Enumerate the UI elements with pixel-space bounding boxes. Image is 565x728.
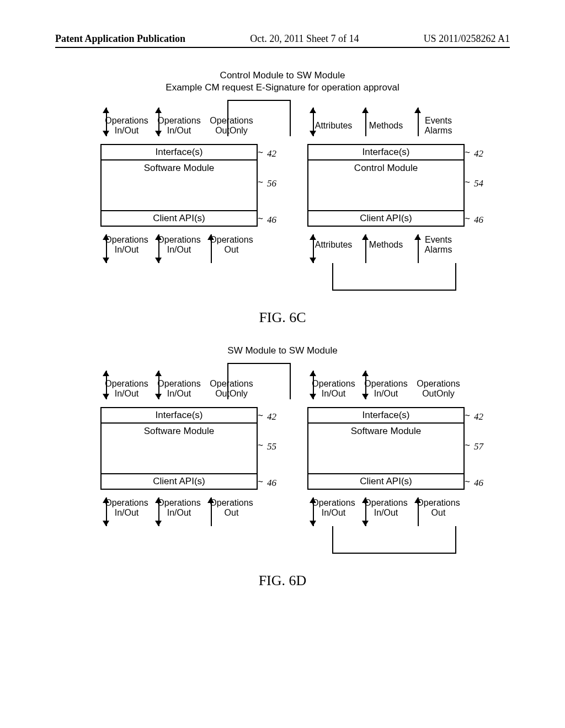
client-api-row: Client API(s) ~ 46 bbox=[100, 210, 258, 227]
module-body: Software Module ~ 56 bbox=[100, 160, 258, 210]
ref-tilde: ~ bbox=[465, 147, 470, 158]
port-op-inout-1: Operations In/Out bbox=[100, 227, 153, 263]
page-header: Patent Application Publication Oct. 20, … bbox=[55, 33, 510, 48]
ref-tilde: ~ bbox=[465, 440, 470, 451]
arrow-up-icon bbox=[362, 108, 369, 113]
interface-row: Interface(s) ~ 42 bbox=[307, 407, 465, 424]
module-body-label: Software Module bbox=[351, 426, 422, 436]
header-left: Patent Application Publication bbox=[55, 33, 185, 45]
arrow-up-icon bbox=[207, 234, 214, 240]
port-label-l2: In/Out bbox=[153, 245, 205, 255]
module-body: Control Module ~ 54 bbox=[307, 160, 465, 210]
interface-row: Interface(s) ~ 42 bbox=[307, 144, 465, 160]
arrow-up-icon bbox=[155, 497, 162, 503]
interface-label: Interface(s) bbox=[156, 147, 203, 158]
arrow-up-icon bbox=[103, 371, 109, 376]
port-label-l2: Alarms bbox=[412, 126, 465, 136]
module-body-label: Control Module bbox=[354, 163, 418, 173]
port-label-l2: In/Out bbox=[153, 508, 205, 518]
ref-tilde: ~ bbox=[465, 177, 470, 188]
port-events-alarms: Events Alarms bbox=[412, 108, 465, 144]
port-attributes: Attributes bbox=[307, 227, 360, 263]
bottom-ports: Operations In/Out Operations In/Out Oper… bbox=[100, 490, 258, 526]
arrow-up-icon bbox=[103, 108, 109, 113]
port-label-l2: OutOnly bbox=[412, 389, 465, 399]
interface-label: Interface(s) bbox=[363, 147, 410, 158]
port-label-l2: OutOnly bbox=[205, 126, 258, 136]
fig6d-title: SW Module to SW Module bbox=[55, 345, 510, 356]
bottom-ports: Operations In/Out Operations In/Out Oper… bbox=[100, 227, 258, 263]
ref-tilde: ~ bbox=[258, 147, 263, 158]
port-label-l1: Operations bbox=[307, 379, 360, 389]
port-op-outonly: Operations OutOnly bbox=[412, 371, 465, 407]
arrow-up-icon bbox=[310, 234, 316, 240]
port-op-out: Operations Out bbox=[205, 227, 258, 263]
client-api-row: Client API(s) ~ 46 bbox=[307, 210, 465, 227]
port-op-inout-1: Operations In/Out bbox=[100, 108, 153, 144]
ref-42: 42 bbox=[474, 148, 483, 159]
arrow-down-icon bbox=[310, 258, 316, 263]
module-body: Software Module ~ 57 bbox=[307, 424, 465, 473]
port-label-l1: Operations bbox=[153, 116, 205, 126]
arrow-up-icon bbox=[310, 108, 316, 113]
ref-57: 57 bbox=[474, 441, 483, 452]
bottom-ports: Attributes Methods Events Alarms bbox=[307, 227, 465, 263]
port-op-outonly: Operations OutOnly bbox=[205, 108, 258, 144]
port-label-l2: In/Out bbox=[100, 245, 153, 255]
arrow-down-icon bbox=[310, 394, 316, 399]
arrow-up-icon bbox=[155, 371, 162, 376]
bottom-connector-bracket bbox=[332, 526, 456, 554]
port-label-l1: Methods bbox=[360, 240, 412, 250]
top-ports: Operations In/Out Operations In/Out Oper… bbox=[307, 371, 465, 407]
arrow-down-icon bbox=[362, 521, 369, 526]
ref-tilde: ~ bbox=[258, 213, 263, 224]
arrow-up-icon bbox=[362, 234, 369, 240]
arrow-up-icon bbox=[414, 234, 421, 240]
port-op-inout-2: Operations In/Out bbox=[360, 371, 412, 407]
port-label-l2: In/Out bbox=[307, 508, 360, 518]
ref-54: 54 bbox=[474, 178, 483, 189]
port-label-l1: Attributes bbox=[307, 121, 360, 131]
bottom-ports: Operations In/Out Operations In/Out Oper… bbox=[307, 490, 465, 526]
port-events-alarms: Events Alarms bbox=[412, 227, 465, 263]
port-op-inout-1: Operations In/Out bbox=[307, 490, 360, 526]
arrow-up-icon bbox=[155, 108, 162, 113]
arrow-up-icon bbox=[103, 234, 109, 240]
client-api-row: Client API(s) ~ 46 bbox=[100, 473, 258, 490]
ref-46: 46 bbox=[267, 478, 276, 489]
port-op-inout-2: Operations In/Out bbox=[360, 490, 412, 526]
port-op-out: Operations Out bbox=[412, 490, 465, 526]
ref-tilde: ~ bbox=[258, 410, 263, 421]
arrow-down-icon bbox=[103, 394, 109, 399]
port-label-l1: Methods bbox=[360, 121, 412, 131]
ref-46: 46 bbox=[474, 478, 483, 489]
port-label-l1: Events bbox=[412, 116, 465, 126]
client-api-label: Client API(s) bbox=[153, 476, 205, 487]
port-op-inout-2: Operations In/Out bbox=[153, 227, 205, 263]
control-module-54: Attributes Methods Events Alarms bbox=[307, 108, 465, 263]
top-ports: Operations In/Out Operations In/Out Oper… bbox=[100, 371, 258, 407]
ref-46: 46 bbox=[267, 215, 276, 226]
ref-tilde: ~ bbox=[465, 410, 470, 421]
arrow-down-icon bbox=[310, 521, 316, 526]
fig6c-title: Control Module to SW Module bbox=[55, 70, 510, 81]
fig6c-caption: FIG. 6C bbox=[55, 309, 510, 326]
client-api-label: Client API(s) bbox=[360, 476, 412, 487]
top-ports: Operations In/Out Operations In/Out Oper… bbox=[100, 108, 258, 144]
arrow-down-icon bbox=[103, 131, 109, 136]
port-methods: Methods bbox=[360, 108, 412, 144]
port-op-outonly: Operations OutOnly bbox=[205, 371, 258, 407]
arrow-down-icon bbox=[155, 131, 162, 136]
ref-tilde: ~ bbox=[465, 213, 470, 224]
port-label-l2: In/Out bbox=[360, 508, 412, 518]
ref-55: 55 bbox=[267, 441, 276, 452]
port-op-inout-2: Operations In/Out bbox=[153, 490, 205, 526]
port-label-l2: Out bbox=[205, 508, 258, 518]
interface-label: Interface(s) bbox=[156, 410, 203, 421]
port-op-inout-1: Operations In/Out bbox=[307, 371, 360, 407]
arrow-down-icon bbox=[155, 394, 162, 399]
port-label-l1: Operations bbox=[412, 379, 465, 389]
fig6d-container: Operations In/Out Operations In/Out Oper… bbox=[100, 363, 465, 561]
arrow-up-icon bbox=[155, 234, 162, 240]
port-methods: Methods bbox=[360, 227, 412, 263]
